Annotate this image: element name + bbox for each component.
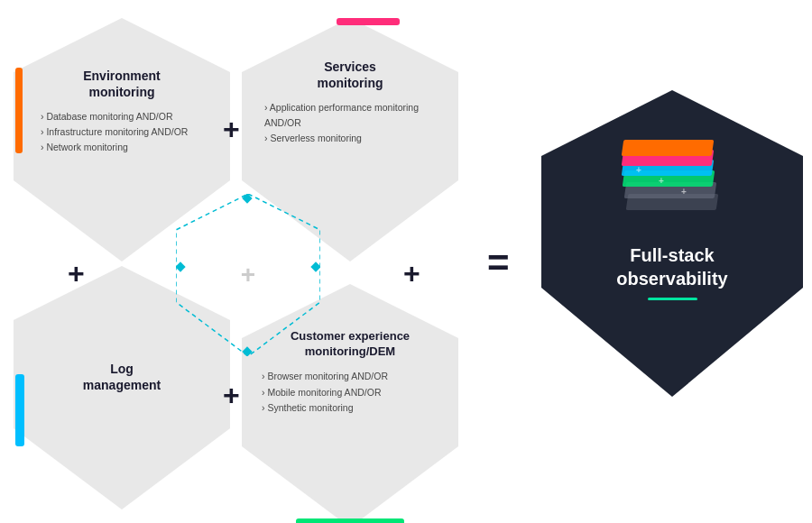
env-item-3: › Network monitoring xyxy=(41,140,203,155)
plus-right: + xyxy=(403,257,420,290)
env-item-2: › Infrastructure monitoring AND/OR xyxy=(41,124,203,140)
svc-item-2: › Serverless monitoring xyxy=(264,131,436,146)
svg-rect-13 xyxy=(310,262,320,271)
center-hex: + xyxy=(176,194,320,356)
fullstack-title: Full-stackobservability xyxy=(541,243,803,290)
services-title: Servicesmonitoring xyxy=(264,59,436,91)
svg-rect-11 xyxy=(242,346,252,356)
plus-bottom: + xyxy=(223,379,240,412)
main-canvas: Environmentmonitoring › Database monitor… xyxy=(0,0,812,523)
plus-top: + xyxy=(223,113,240,146)
svc-item-1: › Application performance monitoring AND… xyxy=(264,100,436,131)
cust-item-2: › Mobile monitoring AND/OR xyxy=(262,385,438,401)
env-item-1: › Database monitoring AND/OR xyxy=(41,109,203,124)
log-title: Logmanagement xyxy=(41,361,203,393)
fullstack-hex: + + + Full-stackobservability xyxy=(541,90,803,397)
fullstack-underline xyxy=(648,298,697,300)
plus-left: + xyxy=(68,257,85,290)
cust-item-3: › Synthetic monitoring xyxy=(262,400,438,417)
svg-rect-4 xyxy=(337,18,400,25)
svg-rect-8 xyxy=(296,518,404,523)
environment-title: Environmentmonitoring xyxy=(41,68,203,100)
svg-rect-12 xyxy=(176,262,186,271)
equals-sign: = xyxy=(487,242,510,285)
cust-item-1: › Browser monitoring AND/OR xyxy=(262,369,438,385)
